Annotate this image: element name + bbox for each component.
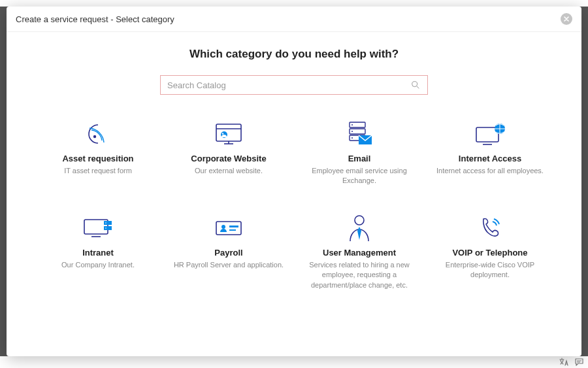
svg-point-29	[355, 216, 364, 225]
category-title: Payroll	[172, 248, 285, 258]
svg-rect-22	[104, 226, 112, 230]
svg-point-0	[412, 82, 417, 87]
svg-point-23	[105, 222, 106, 224]
category-desc: Enterprise-wide Cisco VOIP deployment.	[434, 260, 546, 280]
modal-header: Create a service request - Select catego…	[7, 7, 581, 32]
category-desc: Services related to hiring a new employe…	[303, 260, 416, 290]
svg-point-24	[105, 227, 106, 229]
close-icon	[563, 16, 570, 22]
category-user-management[interactable]: User Management Services related to hiri…	[301, 214, 418, 290]
category-title: VOIP or Telephone	[434, 248, 546, 258]
svg-rect-28	[229, 229, 236, 231]
svg-rect-21	[104, 221, 112, 225]
category-voip[interactable]: VOIP or Telephone Enterprise-wide Cisco …	[431, 214, 549, 290]
category-desc: Our external website.	[172, 166, 285, 176]
svg-point-12	[351, 124, 353, 125]
category-title: Internet Access	[434, 154, 546, 163]
chat-icon[interactable]	[574, 358, 584, 367]
svg-rect-25	[216, 222, 241, 235]
page-heading: Which category do you need help with?	[33, 48, 555, 61]
svg-point-2	[93, 135, 96, 138]
category-desc: IT asset request form	[42, 166, 154, 176]
category-desc: Employee email service using Exchange.	[303, 166, 416, 186]
category-asset-requesition[interactable]: Asset requesition IT asset request form	[39, 120, 157, 186]
website-icon	[172, 120, 285, 148]
satellite-icon	[42, 120, 154, 148]
service-request-modal: Create a service request - Select catego…	[7, 7, 581, 356]
modal-body: Which category do you need help with? As…	[7, 32, 581, 356]
category-payroll[interactable]: Payroll HR Payroll Server and applicatio…	[170, 214, 287, 290]
category-title: Email	[303, 154, 416, 163]
close-button[interactable]	[561, 13, 572, 25]
svg-line-1	[417, 86, 419, 88]
category-title: Corporate Website	[172, 154, 285, 163]
svg-rect-27	[229, 226, 238, 227]
category-internet-access[interactable]: Internet Access Internet access for all …	[431, 120, 549, 186]
search-input[interactable]	[167, 80, 410, 90]
intranet-icon	[42, 214, 154, 243]
search-icon	[410, 80, 421, 90]
category-email[interactable]: Email Employee email service using Excha…	[301, 120, 418, 186]
payroll-icon	[172, 214, 285, 243]
modal-title: Create a service request - Select catego…	[16, 14, 174, 24]
category-title: User Management	[303, 248, 416, 258]
svg-point-13	[351, 131, 353, 132]
internet-icon	[434, 120, 546, 148]
category-desc: Internet access for all employees.	[434, 166, 546, 176]
svg-rect-3	[216, 124, 241, 141]
footer-utility	[559, 356, 584, 368]
search-container	[160, 75, 428, 95]
category-corporate-website[interactable]: Corporate Website Our external website.	[170, 120, 287, 186]
voip-icon	[434, 214, 546, 243]
category-desc: HR Payroll Server and application.	[172, 260, 285, 270]
language-icon[interactable]	[559, 358, 569, 367]
svg-point-8	[222, 133, 223, 134]
svg-point-26	[221, 225, 225, 229]
svg-point-14	[351, 137, 353, 139]
email-icon	[303, 120, 416, 148]
category-intranet[interactable]: Intranet Our Company Intranet.	[39, 214, 157, 290]
category-desc: Our Company Intranet.	[42, 260, 154, 270]
category-title: Asset requesition	[42, 154, 154, 163]
category-grid: Asset requesition IT asset request form	[39, 120, 549, 290]
category-title: Intranet	[42, 248, 154, 258]
user-icon	[303, 214, 416, 243]
